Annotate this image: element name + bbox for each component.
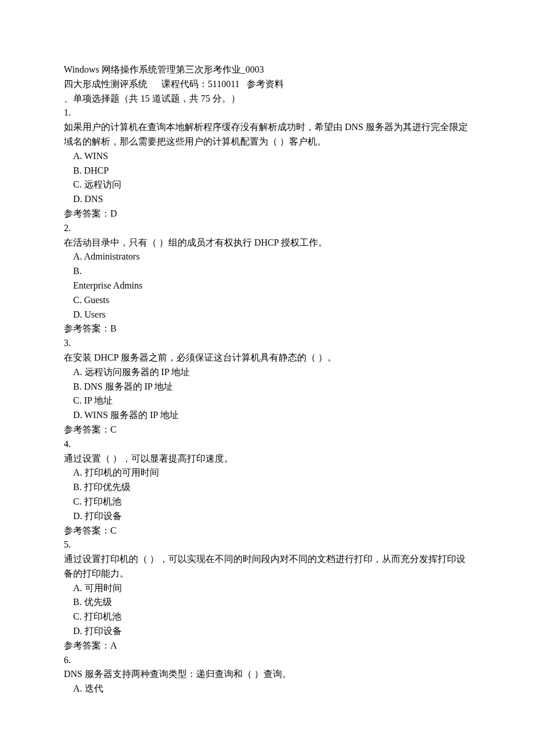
answer-text: 参考答案：C [64,423,470,437]
question-text: 通过设置（ ），可以显著提高打印速度。 [64,452,470,466]
answer-text: 参考答案：D [64,207,470,221]
answer-text: 参考答案：B [64,322,470,336]
doc-system-line: 四大形成性测评系统 课程代码：5110011 参考资料 [64,77,470,92]
option-d: D. WINS 服务器的 IP 地址 [64,408,470,423]
question-text: 通过设置打印机的（ ），可以实现在不同的时间段内对不同的文档进行打印，从而充分发… [64,552,470,581]
option-a: A. 可用时间 [64,581,470,596]
question-text: 在活动目录中，只有（ ）组的成员才有权执行 DHCP 授权工作。 [64,236,470,250]
option-a: A. 远程访问服务器的 IP 地址 [64,365,470,380]
question-text: 如果用户的计算机在查询本地解析程序缓存没有解析成功时，希望由 DNS 服务器为其… [64,120,470,149]
answer-text: 参考答案：C [64,524,470,538]
option-c: C. 远程访问 [64,178,470,192]
document-page: Windows 网络操作系统管理第三次形考作业_0003 四大形成性测评系统 课… [0,0,534,756]
option-d: D. 打印设备 [64,509,470,524]
option-c: C. 打印机池 [64,495,470,509]
option-b-cont: Enterprise Admins [64,279,470,293]
question-number: 5. [64,538,470,552]
option-a: A. WINS [64,149,470,164]
option-d: D. 打印设备 [64,624,470,639]
doc-title: Windows 网络操作系统管理第三次形考作业_0003 [64,63,470,77]
option-c: C. IP 地址 [64,394,470,408]
question-text: DNS 服务器支持两种查询类型：递归查询和（ ）查询。 [64,667,470,682]
question-block: 5. 通过设置打印机的（ ），可以实现在不同的时间段内对不同的文档进行打印，从而… [64,538,470,653]
option-b: B. DNS 服务器的 IP 地址 [64,380,470,394]
option-c: C. 打印机池 [64,610,470,624]
question-number: 3. [64,336,470,351]
option-b: B. DHCP [64,164,470,178]
option-b: B. 优先级 [64,595,470,610]
option-c: C. Guests [64,293,470,308]
question-number: 4. [64,437,470,452]
question-text: 在安装 DHCP 服务器之前，必须保证这台计算机具有静态的（ ）。 [64,351,470,365]
option-b: B. 打印优先级 [64,480,470,495]
question-block: 3. 在安装 DHCP 服务器之前，必须保证这台计算机具有静态的（ ）。 A. … [64,336,470,437]
answer-text: 参考答案：A [64,639,470,653]
question-block: 2. 在活动目录中，只有（ ）组的成员才有权执行 DHCP 授权工作。 A. A… [64,221,470,336]
question-number: 1. [64,106,470,120]
option-a: A. 迭代 [64,682,470,696]
question-number: 2. [64,221,470,236]
question-block: 4. 通过设置（ ），可以显著提高打印速度。 A. 打印机的可用时间 B. 打印… [64,437,470,538]
option-b: B. [64,264,470,279]
question-block: 6. DNS 服务器支持两种查询类型：递归查询和（ ）查询。 A. 迭代 [64,653,470,696]
option-d: D. DNS [64,192,470,207]
question-block: 1. 如果用户的计算机在查询本地解析程序缓存没有解析成功时，希望由 DNS 服务… [64,106,470,221]
option-d: D. Users [64,308,470,322]
option-a: A. Administrators [64,250,470,264]
option-a: A. 打印机的可用时间 [64,466,470,480]
question-number: 6. [64,653,470,668]
section-title: 、单项选择题（共 15 道试题，共 75 分。） [64,92,470,106]
